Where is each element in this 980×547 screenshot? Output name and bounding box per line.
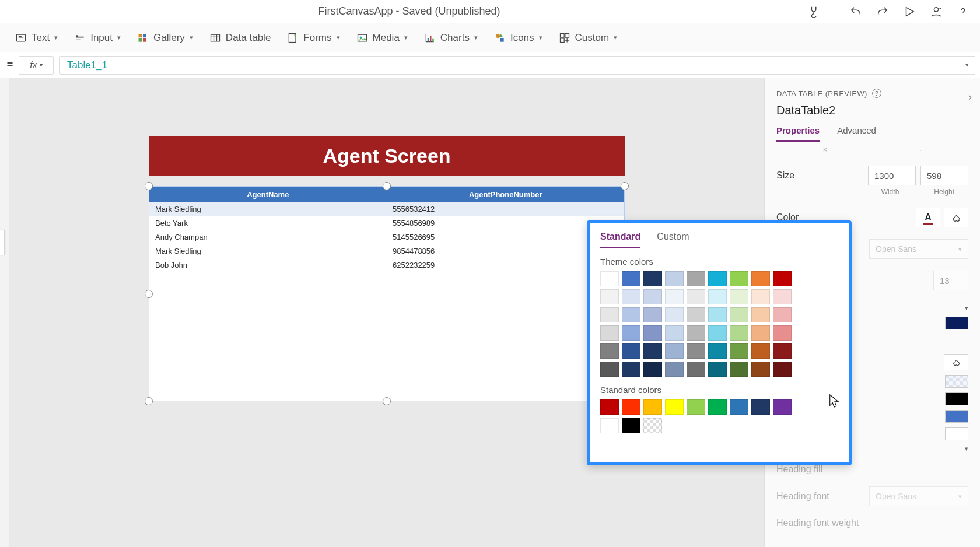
color-cell[interactable] — [730, 307, 748, 322]
chevron-right-icon[interactable]: › — [968, 91, 972, 103]
color-cell[interactable] — [730, 271, 748, 286]
redo-icon[interactable] — [876, 5, 889, 18]
tab-properties[interactable]: Properties — [776, 125, 820, 142]
color-cell[interactable] — [622, 325, 640, 341]
table-row[interactable]: Bob John6252232259 — [149, 258, 624, 272]
color-cell[interactable] — [600, 271, 619, 286]
ribbon-icons[interactable]: Icons▾ — [494, 32, 542, 44]
ribbon-gallery[interactable]: Gallery▾ — [137, 32, 193, 44]
share-icon[interactable] — [930, 5, 943, 18]
color-swatch[interactable] — [945, 317, 968, 329]
font-dropdown[interactable]: Open Sans▾ — [869, 239, 968, 259]
color-cell[interactable] — [643, 307, 662, 322]
ribbon-custom[interactable]: Custom▾ — [559, 32, 618, 44]
tab-advanced[interactable]: Advanced — [837, 125, 876, 142]
fill-swatch-button[interactable] — [944, 354, 968, 370]
color-cell[interactable] — [643, 325, 662, 341]
font-color-button[interactable]: A — [916, 208, 940, 227]
color-cell[interactable] — [643, 418, 662, 433]
color-cell[interactable] — [600, 343, 619, 359]
color-cell[interactable] — [773, 289, 792, 304]
color-cell[interactable] — [708, 271, 727, 286]
color-cell[interactable] — [751, 343, 770, 359]
color-cell[interactable] — [687, 325, 705, 341]
color-cell[interactable] — [751, 271, 770, 286]
ribbon-text[interactable]: Text▾ — [15, 32, 58, 44]
color-cell[interactable] — [622, 399, 640, 415]
resize-handle[interactable] — [383, 397, 391, 405]
formula-input[interactable]: Table1_1 ▾ — [60, 56, 975, 75]
table-row[interactable]: Mark Siedling5556532412 — [149, 202, 624, 216]
width-input[interactable]: 1300 — [868, 166, 916, 185]
table-row[interactable]: Andy Champan5145526695 — [149, 230, 624, 244]
ribbon-datatable[interactable]: Data table — [209, 32, 271, 44]
resize-handle[interactable] — [145, 397, 153, 405]
cp-tab-custom[interactable]: Custom — [657, 232, 689, 248]
color-swatch[interactable] — [945, 375, 968, 388]
color-cell[interactable] — [751, 325, 770, 341]
cp-tab-standard[interactable]: Standard — [600, 232, 640, 248]
table-row[interactable]: Mark Siedling9854478856 — [149, 244, 624, 258]
ribbon-media[interactable]: Media▾ — [356, 32, 408, 44]
resize-handle[interactable] — [145, 182, 153, 190]
resize-handle[interactable] — [621, 182, 629, 190]
color-cell[interactable] — [643, 271, 662, 286]
color-cell[interactable] — [665, 362, 684, 377]
color-cell[interactable] — [643, 399, 662, 415]
color-cell[interactable] — [708, 362, 727, 377]
headingfont-dropdown[interactable]: Open Sans▾ — [869, 486, 968, 506]
color-cell[interactable] — [600, 325, 619, 341]
color-swatch[interactable] — [945, 410, 968, 423]
color-cell[interactable] — [687, 271, 705, 286]
color-cell[interactable] — [643, 343, 662, 359]
chevron-down-icon[interactable]: ▾ — [965, 61, 969, 69]
ribbon-forms[interactable]: Forms▾ — [287, 32, 340, 44]
color-cell[interactable] — [773, 399, 792, 415]
color-cell[interactable] — [665, 307, 684, 322]
color-cell[interactable] — [708, 289, 727, 304]
color-cell[interactable] — [687, 307, 705, 322]
color-cell[interactable] — [665, 289, 684, 304]
color-cell[interactable] — [687, 362, 705, 377]
color-cell[interactable] — [751, 307, 770, 322]
ribbon-charts[interactable]: Charts▾ — [424, 32, 478, 44]
diagnostics-icon[interactable] — [808, 5, 821, 18]
color-cell[interactable] — [773, 325, 792, 341]
color-cell[interactable] — [730, 325, 748, 341]
color-cell[interactable] — [687, 343, 705, 359]
color-cell[interactable] — [600, 399, 619, 415]
resize-handle[interactable] — [383, 182, 391, 190]
table-row[interactable]: Beto Yark5554856989 — [149, 216, 624, 230]
color-swatch[interactable] — [945, 427, 968, 440]
color-cell[interactable] — [687, 399, 705, 415]
color-cell[interactable] — [730, 289, 748, 304]
undo-icon[interactable] — [849, 5, 862, 18]
color-cell[interactable] — [751, 362, 770, 377]
fx-selector[interactable]: fx▾ — [19, 56, 54, 75]
color-cell[interactable] — [622, 362, 640, 377]
color-cell[interactable] — [665, 325, 684, 341]
color-cell[interactable] — [708, 307, 727, 322]
color-cell[interactable] — [643, 362, 662, 377]
color-cell[interactable] — [730, 343, 748, 359]
color-cell[interactable] — [773, 343, 792, 359]
play-icon[interactable] — [903, 5, 916, 18]
fontsize-input[interactable]: 13 — [933, 271, 968, 290]
fill-color-button[interactable] — [944, 208, 968, 227]
color-cell[interactable] — [600, 362, 619, 377]
color-cell[interactable] — [708, 343, 727, 359]
tree-flyout-handle[interactable] — [0, 230, 5, 255]
resize-handle[interactable] — [145, 290, 153, 298]
color-cell[interactable] — [622, 271, 640, 286]
color-cell[interactable] — [600, 418, 619, 433]
color-cell[interactable] — [600, 307, 619, 322]
column-header[interactable]: AgentName — [149, 187, 387, 202]
color-cell[interactable] — [665, 343, 684, 359]
height-input[interactable]: 598 — [921, 166, 968, 185]
ribbon-input[interactable]: Input▾ — [74, 32, 121, 44]
color-cell[interactable] — [773, 271, 792, 286]
column-header[interactable]: AgentPhoneNumber — [387, 187, 625, 202]
help-icon[interactable] — [957, 5, 970, 18]
color-cell[interactable] — [622, 418, 640, 433]
color-cell[interactable] — [622, 343, 640, 359]
